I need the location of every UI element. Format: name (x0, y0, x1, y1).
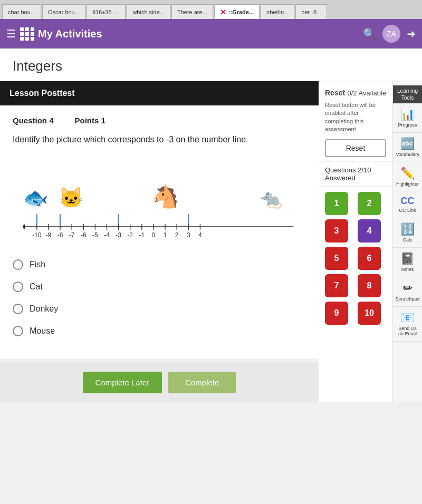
page-title: Integers (0, 49, 422, 81)
tool-scratchpad[interactable]: ✏ Scratchpad (393, 277, 422, 307)
tools-header-label: LearningTools (393, 85, 422, 103)
tool-progress[interactable]: 📊 Progress (393, 103, 422, 133)
complete-later-button[interactable]: Complete Later (83, 372, 162, 393)
cc-link-icon: CC (401, 196, 415, 207)
tool-vocabulary[interactable]: 🔤 Vocabulary (393, 133, 422, 162)
reset-row: Reset 0/2 Available (325, 89, 386, 97)
tab-which[interactable]: which side... (127, 4, 170, 19)
questions-grid: 12345678910 (319, 187, 392, 330)
donkey-image: 🐴 (151, 183, 179, 209)
lesson-header: Lesson Posttest (0, 81, 319, 105)
question-number: Question 4 (13, 116, 54, 125)
svg-text:2: 2 (175, 231, 179, 239)
svg-text:-8: -8 (57, 231, 63, 239)
radio-fish[interactable] (13, 259, 23, 270)
question-btn-3[interactable]: 3 (325, 219, 348, 243)
tool-calc[interactable]: 🔢 Calc (393, 218, 422, 248)
question-btn-7[interactable]: 7 (325, 274, 348, 297)
svg-text:-10: -10 (32, 231, 42, 239)
reset-note: Reset button will be enabled after compl… (325, 101, 386, 134)
tools-sidebar: LearningTools 📊 Progress 🔤 Vocabulary ✏️… (392, 81, 422, 402)
highlighter-icon: ✏️ (400, 167, 415, 180)
tool-send-email[interactable]: 📧 Send Us an Email (393, 307, 422, 342)
progress-icon: 📊 (400, 108, 415, 121)
svg-text:-4: -4 (104, 231, 110, 239)
question-btn-2[interactable]: 2 (358, 192, 381, 215)
lesson-title: Lesson Posttest (9, 89, 75, 98)
radio-cat[interactable] (13, 282, 23, 292)
tool-cc-label: CC Link (399, 208, 416, 214)
question-area: Question 4 Points 1 Identify the picture… (0, 105, 319, 358)
tab-grade[interactable]: ✕ ::Grade... (214, 4, 260, 19)
radio-mouse[interactable] (13, 326, 23, 336)
tool-vocabulary-label: Vocabulary (396, 152, 419, 158)
avatar: ZA (382, 25, 400, 43)
question-btn-8[interactable]: 8 (358, 274, 381, 297)
tool-notes-label: Notes (401, 267, 414, 273)
notes-icon: 📓 (400, 252, 415, 266)
main-layout: Lesson Posttest Question 4 Points 1 Iden… (0, 81, 422, 402)
logout-icon[interactable]: ➜ (407, 27, 416, 40)
tab-916[interactable]: 916÷38 -... (87, 4, 126, 19)
tool-scratchpad-label: Scratchpad (396, 296, 420, 302)
tool-highlighter[interactable]: ✏️ Highlighter (393, 162, 422, 192)
tab-there[interactable]: There are... (171, 4, 213, 19)
app-title: My Activities (38, 28, 357, 40)
fish-image: 🐟 (23, 186, 48, 209)
tool-cc-link[interactable]: CC CC Link (393, 191, 422, 218)
svg-text:-7: -7 (69, 231, 75, 239)
question-btn-4[interactable]: 4 (358, 219, 381, 243)
answer-cat[interactable]: Cat (13, 282, 306, 292)
radio-donkey[interactable] (13, 304, 23, 314)
vocabulary-icon: 🔤 (400, 137, 415, 151)
svg-text:4: 4 (198, 231, 202, 239)
search-icon[interactable]: 🔍 (363, 27, 376, 40)
app-bar: ☰ My Activities 🔍 ZA ➜ (0, 19, 422, 49)
question-points: Points 1 (75, 116, 106, 125)
reset-button[interactable]: Reset (325, 139, 386, 157)
calc-icon: 🔢 (400, 222, 415, 236)
answer-donkey[interactable]: Donkey (13, 304, 306, 314)
svg-text:3: 3 (187, 231, 190, 239)
bottom-buttons: Complete Later Complete (0, 363, 319, 402)
email-icon: 📧 (400, 311, 415, 325)
answer-fish[interactable]: Fish (13, 259, 306, 270)
question-btn-6[interactable]: 6 (358, 247, 381, 270)
answer-mouse[interactable]: Mouse (13, 326, 306, 336)
complete-button[interactable]: Complete (168, 372, 236, 393)
reset-area: Reset 0/2 Available Reset button will be… (319, 81, 392, 162)
tab-nberlin[interactable]: nberlin... (261, 4, 294, 19)
question-btn-5[interactable]: 5 (325, 247, 348, 270)
question-btn-9[interactable]: 9 (325, 302, 348, 325)
number-line-area: 🐟 🐱 🐴 🐀 (13, 157, 306, 244)
cat-image: 🐱 (59, 186, 83, 209)
question-btn-1[interactable]: 1 (325, 192, 348, 215)
svg-text:1: 1 (164, 231, 167, 239)
question-text: Identify the picture which corresponds t… (13, 133, 306, 146)
questions-sidebar: Reset 0/2 Available Reset button will be… (319, 81, 392, 402)
menu-icon[interactable]: ☰ (6, 27, 16, 40)
question-btn-10[interactable]: 10 (358, 302, 381, 325)
mouse-image: 🐀 (260, 188, 282, 209)
available-count: 0/2 Available (348, 89, 387, 97)
tool-email-label: Send Us an Email (395, 326, 420, 337)
questions-nav-label: Questions 2/10 Answered (319, 162, 392, 187)
svg-text:-5: -5 (92, 231, 98, 239)
tool-notes[interactable]: 📓 Notes (393, 248, 422, 277)
reset-label[interactable]: Reset (325, 89, 345, 97)
number-line-svg: -10 -9 -8 -7 -6 -5 -4 -3 -2 -1 0 1 2 3 4 (23, 212, 295, 244)
scratchpad-icon: ✏ (403, 282, 413, 295)
svg-text:0: 0 (152, 231, 156, 239)
svg-text:-6: -6 (81, 231, 87, 239)
tab-ber[interactable]: ber -8... (295, 4, 327, 19)
apps-icon[interactable] (20, 27, 35, 41)
svg-text:-1: -1 (139, 231, 145, 239)
tab-oscar[interactable]: Oscar bou... (42, 4, 85, 19)
tab-char[interactable]: char bou... (2, 4, 41, 19)
content-area: Lesson Posttest Question 4 Points 1 Iden… (0, 81, 319, 402)
tool-calc-label: Calc (402, 237, 412, 243)
close-icon[interactable]: ✕ (220, 8, 226, 16)
svg-text:-9: -9 (46, 231, 52, 239)
svg-marker-5 (23, 224, 25, 230)
svg-text:-3: -3 (116, 231, 121, 239)
